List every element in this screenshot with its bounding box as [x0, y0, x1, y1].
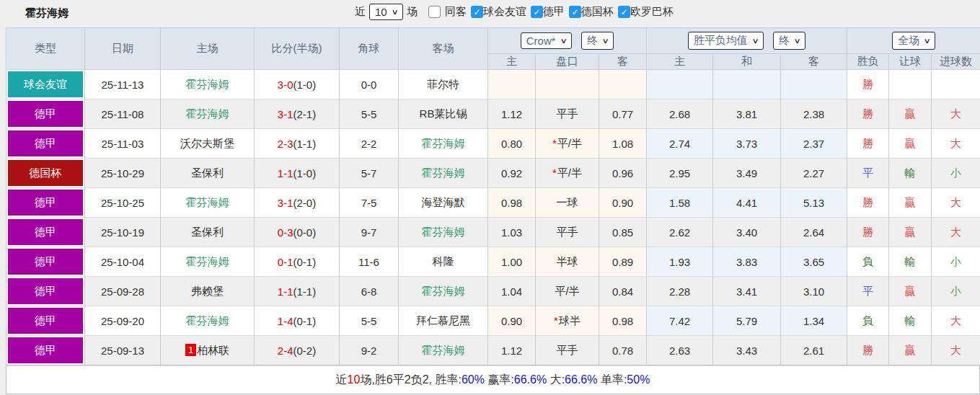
stats-summary: 近10场,胜6平2负2, 胜率:60% 赢率:66.6% 大:66.6% 单率:…: [336, 373, 650, 388]
result-goals: 大: [932, 336, 980, 365]
result-goals: 大: [932, 129, 980, 159]
away-team: 霍芬海姆: [422, 137, 465, 149]
ah-home-odds: 0.80: [488, 129, 536, 159]
corner-cell: 5-5: [340, 99, 399, 129]
home-team: 霍芬海姆: [186, 255, 229, 267]
result-goals: 大: [932, 218, 980, 247]
eu-home-odds: 2.74: [647, 129, 713, 159]
competition-cell: 德甲: [6, 99, 85, 129]
result-goals: 小: [932, 247, 980, 277]
away-cell: 霍芬海姆: [399, 129, 488, 159]
corner-cell: 7-5: [340, 188, 399, 218]
competition-cell: 德甲: [6, 336, 85, 365]
corner-cell: 11-6: [340, 247, 399, 277]
competition-cell: 德甲: [6, 218, 85, 247]
home-team: 柏林联: [197, 344, 229, 356]
ah-away-odds: 1.08: [599, 129, 647, 159]
league-filter-checkbox[interactable]: ✓ 球会友谊: [471, 5, 526, 19]
ah-away-odds: 0.84: [599, 277, 647, 306]
stats-footer: 近10场,胜6平2负2, 胜率:60% 赢率:66.6% 大:66.6% 单率:…: [6, 365, 980, 394]
home-team: 弗赖堡: [191, 285, 224, 297]
checkbox-checked-icon: ✓: [531, 6, 543, 18]
odds-state-select[interactable]: 终 ∨: [773, 32, 805, 50]
ah-line-text: 平/半: [557, 167, 582, 179]
match-rows: 球会友谊 25-11-13 霍芬海姆 3-0(1-0) 0-0 菲尔特 勝 德甲…: [6, 70, 980, 365]
corner-cell: 9-7: [340, 218, 399, 247]
home-cell: 弗赖堡: [161, 277, 255, 306]
competition-badge: 德甲: [8, 101, 83, 127]
bookmaker-select[interactable]: Crow* ∨: [521, 32, 572, 49]
result-goals: 大: [932, 99, 980, 129]
halftime-score: (1-1): [293, 285, 317, 298]
odds-group-header: 胜平负均值 ∨ 终 ∨: [647, 28, 847, 54]
odds-state-value: 终: [779, 34, 790, 48]
ah-line-text: 平/半: [557, 137, 582, 149]
ah-home-odds: 1.12: [488, 336, 536, 365]
same-venue-checkbox[interactable]: 同客: [428, 5, 467, 19]
corner-cell: 6-8: [340, 277, 399, 306]
result-handicap: 贏: [889, 218, 932, 247]
header-home: 主场: [161, 28, 255, 70]
table-row: 德甲 25-11-03 沃尔夫斯堡 2-3(1-1) 2-2 霍芬海姆 0.80…: [6, 129, 980, 159]
date-cell: 25-11-08: [85, 99, 161, 129]
ah-line-cell: [536, 70, 599, 99]
top-filter-bar: 霍芬海姆 近 10 ∨ 场 同客 ✓ 球会友谊 ✓ 德甲 ✓ 德国杯 ✓ 欧罗巴…: [0, 0, 980, 27]
scope-select[interactable]: 全场 ∨: [892, 32, 935, 50]
away-cell: 菲尔特: [399, 70, 488, 99]
away-cell: RB莱比锡: [399, 99, 488, 129]
ah-home-odds: 1.00: [488, 247, 536, 277]
eu-away-odds: 2.37: [781, 129, 847, 159]
star-mark: *: [554, 314, 558, 327]
ah-away-odds: 0.98: [599, 306, 647, 336]
ah-line-text: 平手: [557, 226, 578, 238]
result-handicap: [889, 70, 932, 99]
eu-home-odds: 1.93: [647, 247, 713, 277]
eu-away-odds: 1.34: [781, 306, 847, 336]
competition-cell: 球会友谊: [6, 70, 85, 99]
result-outcome: 負: [847, 247, 889, 277]
odds-avg-select[interactable]: 胜平负均值 ∨: [688, 32, 764, 50]
league-filter-checkbox[interactable]: ✓ 欧罗巴杯: [618, 5, 674, 19]
score-cell: 3-1(2-1): [255, 99, 340, 129]
halftime-score: (0-1): [293, 315, 317, 327]
halftime-score: (0-2): [293, 345, 317, 357]
away-team: 霍芬海姆: [422, 344, 465, 356]
result-goals: 小: [932, 159, 980, 188]
checkbox-checked-icon: ✓: [569, 6, 581, 18]
bookmaker-state-select[interactable]: 终 ∨: [581, 32, 614, 50]
fulltime-score: 2-4: [278, 345, 293, 357]
eu-home-odds: [647, 70, 713, 99]
halftime-score: (1-1): [293, 138, 317, 150]
home-team: 沃尔夫斯堡: [180, 137, 234, 149]
result-goals: 大: [932, 306, 980, 336]
ah-away-odds: 0.96: [599, 159, 647, 188]
competition-cell: 德甲: [6, 188, 85, 218]
checkbox-unchecked-icon: [428, 6, 441, 18]
away-cell: 霍芬海姆: [399, 159, 488, 188]
result-handicap: 輸: [889, 306, 932, 336]
table-row: 球会友谊 25-11-13 霍芬海姆 3-0(1-0) 0-0 菲尔特 勝: [6, 70, 980, 99]
eu-away-odds: 2.38: [781, 99, 847, 129]
ah-line-cell: 一球: [536, 188, 599, 218]
date-cell: 25-10-19: [85, 218, 161, 247]
date-cell: 25-09-28: [85, 277, 161, 306]
ah-home-odds: 1.12: [488, 99, 536, 129]
result-outcome: 勝: [847, 188, 889, 218]
recent-count-value: 10: [375, 6, 387, 18]
recent-count-select[interactable]: 10 ∨: [369, 4, 403, 20]
league-filter-checkbox[interactable]: ✓ 德国杯: [569, 5, 614, 19]
ah-line-cell: *球半: [536, 306, 599, 336]
eu-home-odds: 2.62: [647, 218, 713, 247]
subheader-eu-draw: 和: [713, 54, 781, 70]
subheader-ah-home: 主: [488, 54, 536, 70]
eu-draw-odds: 3.41: [713, 277, 781, 306]
home-cell: 霍芬海姆: [161, 99, 255, 129]
result-handicap: 贏: [889, 99, 932, 129]
home-team: 霍芬海姆: [186, 107, 229, 120]
league-filter-label: 球会友谊: [483, 5, 526, 19]
home-cell: 霍芬海姆: [161, 247, 255, 277]
league-filter-checkbox[interactable]: ✓ 德甲: [531, 5, 565, 19]
eu-away-odds: 2.61: [781, 336, 847, 365]
result-outcome: 勝: [847, 336, 889, 365]
ah-line-text: 平手: [557, 107, 578, 120]
